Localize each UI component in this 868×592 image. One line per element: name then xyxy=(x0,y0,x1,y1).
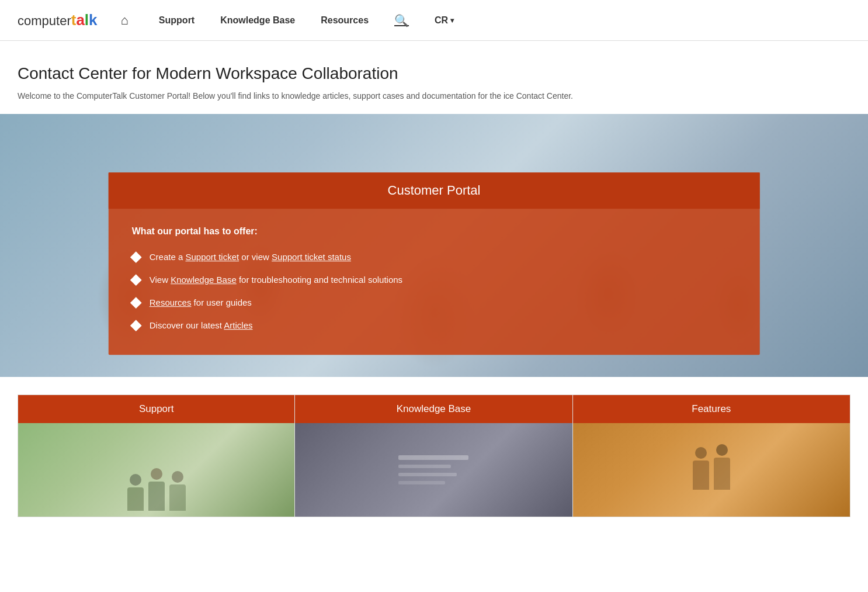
logo[interactable]: computertalk xyxy=(18,11,98,29)
person-figure xyxy=(693,447,709,490)
diamond-icon xyxy=(130,320,142,331)
support-card-image xyxy=(18,423,294,517)
resources-link[interactable]: Resources xyxy=(150,297,192,307)
banner-container: Customer Portal What our portal has to o… xyxy=(0,114,868,377)
user-label: CR xyxy=(435,15,448,26)
user-menu-button[interactable]: CR ▾ xyxy=(422,0,467,41)
logo-a: a xyxy=(76,11,84,29)
banner-overlay: Customer Portal What our portal has to o… xyxy=(109,172,760,355)
person-body xyxy=(148,482,165,511)
person-body xyxy=(714,458,730,490)
nav-item-resources[interactable]: Resources xyxy=(308,0,381,41)
search-button[interactable]: 🔍 xyxy=(381,0,422,41)
person-head xyxy=(716,444,728,456)
support-card-header: Support xyxy=(18,395,294,423)
person-figure xyxy=(127,474,144,511)
home-nav-button[interactable]: ⌂ xyxy=(121,13,129,28)
chevron-down-icon: ▾ xyxy=(450,16,454,25)
person-head xyxy=(151,468,162,480)
logo-talk-text: talk xyxy=(71,11,98,29)
kb-visual xyxy=(387,444,480,496)
kb-card-image xyxy=(295,423,572,517)
person-figure xyxy=(169,471,186,511)
diamond-icon xyxy=(130,274,142,286)
articles-link[interactable]: Articles xyxy=(224,320,252,330)
banner-content: What our portal has to offer: Create a S… xyxy=(109,209,760,355)
person-head xyxy=(130,474,141,486)
kb-line xyxy=(398,465,451,468)
list-item-text-2: View Knowledge Base for troubleshooting … xyxy=(150,274,402,286)
nav-item-support[interactable]: Support xyxy=(146,0,207,41)
features-card-bg xyxy=(573,423,850,517)
kb-card-header: Knowledge Base xyxy=(295,395,572,423)
cards-row: Support xyxy=(0,394,868,517)
list-item-text-3: Resources for user guides xyxy=(150,296,252,309)
support-ticket-link[interactable]: Support ticket xyxy=(185,252,239,262)
page-title: Contact Center for Modern Workspace Coll… xyxy=(18,64,850,83)
kb-card-bg xyxy=(295,423,572,517)
people-silhouette xyxy=(127,468,186,517)
logo-k: k xyxy=(89,11,97,29)
person-figure xyxy=(148,468,165,511)
knowledge-base-link[interactable]: Knowledge Base xyxy=(171,275,237,285)
hero-section: Contact Center for Modern Workspace Coll… xyxy=(0,41,868,114)
banner-title: Customer Portal xyxy=(109,172,760,209)
hero-subtitle: Welcome to the ComputerTalk Customer Por… xyxy=(18,90,850,102)
list-item-text-1: Create a Support ticket or view Support … xyxy=(150,251,351,263)
list-item: Create a Support ticket or view Support … xyxy=(132,251,737,263)
person-head xyxy=(695,447,707,459)
support-ticket-status-link[interactable]: Support ticket status xyxy=(272,252,351,262)
person-figure xyxy=(714,444,730,490)
navbar: computertalk ⌂ Support Knowledge Base Re… xyxy=(0,0,868,41)
person-body xyxy=(693,461,709,490)
list-item-text-4: Discover our latest Articles xyxy=(150,319,253,331)
nav-links: ⌂ Support Knowledge Base Resources 🔍 CR … xyxy=(121,0,850,41)
diamond-icon xyxy=(130,251,142,263)
list-item: Discover our latest Articles xyxy=(132,319,737,331)
person-body xyxy=(127,487,144,511)
nav-item-knowledge-base[interactable]: Knowledge Base xyxy=(207,0,308,41)
person-body xyxy=(169,484,186,511)
banner-offer-heading: What our portal has to offer: xyxy=(132,226,737,237)
list-item: View Knowledge Base for troubleshooting … xyxy=(132,274,737,286)
knowledge-base-card: Knowledge Base xyxy=(295,394,572,517)
logo-l: l xyxy=(85,11,89,29)
logo-computer-text: computer xyxy=(18,13,71,29)
features-card-image xyxy=(573,423,850,517)
people-silhouette xyxy=(693,444,730,496)
kb-line xyxy=(398,473,457,476)
kb-line xyxy=(398,481,445,484)
person-head xyxy=(172,471,183,483)
features-card: Features xyxy=(573,394,850,517)
kb-line xyxy=(398,455,468,460)
support-card-bg xyxy=(18,423,294,517)
support-card: Support xyxy=(18,394,295,517)
diamond-icon xyxy=(130,297,142,309)
features-card-header: Features xyxy=(573,395,850,423)
list-item: Resources for user guides xyxy=(132,296,737,309)
banner-list: Create a Support ticket or view Support … xyxy=(132,251,737,331)
